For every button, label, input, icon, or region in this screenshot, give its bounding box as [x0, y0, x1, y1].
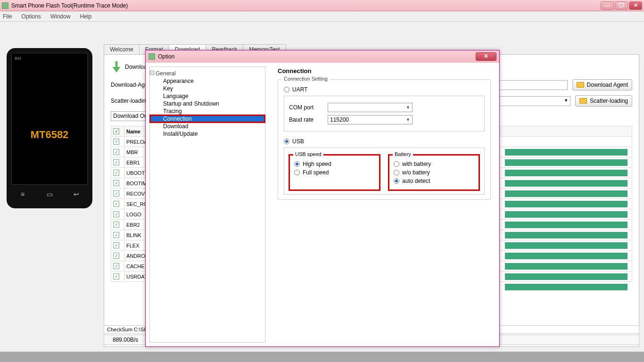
tree-root[interactable]: −General: [150, 70, 265, 77]
high-speed-radio[interactable]: High speed: [294, 161, 375, 167]
baud-label: Baud rate: [289, 116, 322, 123]
tree-key[interactable]: Key: [150, 85, 265, 92]
wo-battery-radio[interactable]: w/o battery: [394, 169, 474, 176]
row-checkbox[interactable]: ✓: [113, 139, 119, 145]
home-hw-icon: ▭: [45, 190, 54, 197]
baud-value: 115200: [330, 116, 349, 123]
minimize-button[interactable]: —: [601, 1, 614, 10]
row-checkbox[interactable]: ✓: [113, 242, 119, 248]
progress-bar: [505, 149, 627, 156]
download-agent-button[interactable]: Download Agent: [572, 79, 632, 90]
option-dialog: Option ✕ −General Appearance Key Languag…: [145, 50, 500, 347]
battery-group: Battery with battery w/o battery auto de…: [388, 155, 479, 190]
status-speed: 889.00B/s: [104, 335, 147, 345]
collapse-icon[interactable]: −: [150, 71, 154, 75]
dialog-title: Option: [158, 53, 476, 60]
progress-bar: [505, 222, 627, 228]
chip-label: MT6582: [12, 129, 87, 141]
chevron-down-icon: ▼: [406, 105, 410, 110]
download-agent-btn-label: Download Agent: [587, 82, 628, 88]
scatter-loading-button[interactable]: Scatter-loading: [575, 95, 632, 107]
row-checkbox[interactable]: ✓: [113, 149, 119, 155]
progress-bar: [505, 253, 627, 259]
usb-radio[interactable]: USB: [284, 138, 485, 145]
option-tree: −General Appearance Key Language Startup…: [149, 66, 265, 343]
with-battery-radio[interactable]: with battery: [394, 161, 474, 167]
progress-bar: [505, 159, 627, 166]
usb-speed-group: USB speed High speed Full speed: [289, 155, 380, 190]
tree-language[interactable]: Language: [150, 92, 265, 100]
tree-startup[interactable]: Startup and Shutdown: [150, 100, 265, 107]
full-speed-radio[interactable]: Full speed: [294, 169, 375, 176]
menubar: File Options Window Help: [0, 11, 644, 22]
phone-preview: BM MT6582 ≡ ▭ ↩: [7, 48, 92, 208]
uart-radio[interactable]: UART: [284, 86, 485, 93]
progress-bar: [505, 211, 627, 218]
row-checkbox[interactable]: ✓: [113, 190, 119, 197]
chevron-down-icon: ▼: [406, 117, 410, 122]
cs-legend: Connection Setting: [282, 76, 330, 82]
scatter-btn-label: Scatter-loading: [590, 98, 628, 104]
row-checkbox[interactable]: ✓: [113, 273, 119, 280]
row-checkbox[interactable]: ✓: [113, 232, 119, 238]
progress-bar: [505, 242, 627, 249]
progress-bar: [505, 284, 627, 290]
com-label: COM port: [289, 104, 322, 111]
battery-legend: Battery: [393, 151, 413, 157]
row-checkbox[interactable]: ✓: [113, 180, 119, 186]
tree-tracing[interactable]: Tracing: [150, 107, 265, 115]
download-arrow-icon: [111, 61, 122, 73]
menu-window[interactable]: Window: [50, 13, 71, 20]
progress-bar: [505, 190, 627, 197]
com-combo[interactable]: ▼: [328, 103, 413, 112]
menu-help[interactable]: Help: [80, 13, 91, 20]
tree-download[interactable]: Download: [150, 123, 265, 130]
tab-welcome[interactable]: Welcome: [104, 44, 140, 55]
connection-setting-group: Connection Setting UART COM port▼ Baud r…: [278, 79, 491, 200]
row-checkbox[interactable]: ✓: [113, 159, 119, 165]
progress-bar: [505, 170, 627, 176]
window-title: Smart Phone Flash Tool(Runtime Trace Mod…: [11, 2, 601, 9]
menu-file[interactable]: File: [3, 13, 12, 20]
row-checkbox[interactable]: ✓: [113, 253, 119, 259]
chevron-down-icon[interactable]: ▼: [564, 98, 568, 103]
folder-icon: [577, 82, 584, 88]
close-button[interactable]: ✕: [629, 1, 642, 10]
progress-bar: [505, 232, 627, 239]
back-hw-icon: ↩: [72, 190, 81, 197]
progress-bar: [505, 201, 627, 207]
folder-icon: [579, 98, 587, 104]
row-checkbox[interactable]: ✓: [113, 201, 119, 207]
checkbox-all[interactable]: ✓: [113, 128, 119, 134]
row-checkbox[interactable]: ✓: [113, 211, 119, 217]
progress-bar: [505, 263, 627, 270]
titlebar: Smart Phone Flash Tool(Runtime Trace Mod…: [0, 0, 644, 11]
dialog-icon: [149, 53, 155, 60]
menu-hw-icon: ≡: [18, 190, 27, 197]
tree-appearance[interactable]: Appearance: [150, 77, 265, 85]
pane-heading: Connection: [278, 67, 491, 74]
row-checkbox[interactable]: ✓: [113, 170, 119, 176]
usb-speed-legend: USB speed: [293, 151, 323, 157]
tree-install[interactable]: Install/Update: [150, 130, 265, 138]
phone-brand: BM: [15, 56, 21, 61]
baud-combo[interactable]: 115200▼: [328, 115, 413, 124]
row-checkbox[interactable]: ✓: [113, 222, 119, 228]
progress-bar: [505, 273, 627, 280]
row-checkbox[interactable]: ✓: [113, 263, 119, 269]
auto-detect-radio[interactable]: auto detect: [394, 178, 474, 184]
menu-options[interactable]: Options: [21, 13, 41, 20]
app-icon: [2, 2, 8, 9]
dialog-close-button[interactable]: ✕: [476, 52, 496, 61]
maximize-button[interactable]: ❐: [615, 1, 628, 10]
tree-connection[interactable]: Connection: [150, 115, 265, 123]
progress-bar: [505, 180, 627, 187]
